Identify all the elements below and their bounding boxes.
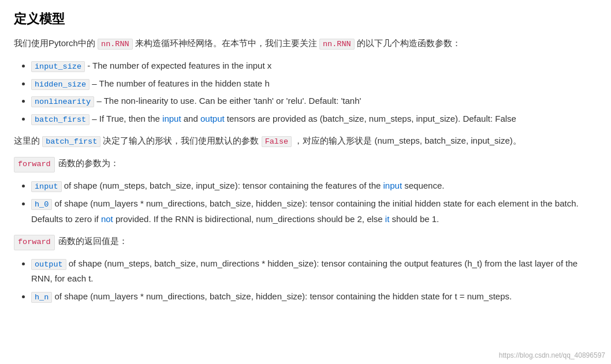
- page-title: 定义模型: [14, 10, 597, 28]
- param-text-input_size: - The number of expected features in the…: [87, 61, 271, 70]
- intro-text-before1: 我们使用Pytorch中的: [14, 38, 98, 48]
- param-code-nonlinearity: nonlinearity: [31, 96, 94, 107]
- forward-return-list: output of shape (num_steps, batch_size, …: [31, 256, 597, 305]
- intro-text-middle1: 来构造循环神经网络。在本节中，我们主要关注: [133, 38, 319, 48]
- batch-first-code2: False: [262, 136, 292, 147]
- freturn-text-output: of shape (num_steps, batch_size, num_dir…: [31, 258, 578, 284]
- intro-paragraph: 我们使用Pytorch中的 nn.RNN 来构造循环神经网络。在本节中，我们主要…: [14, 36, 597, 51]
- forward-return-code: forward: [14, 235, 55, 250]
- list-item: nonlinearity – The non-linearity to use.…: [31, 93, 597, 109]
- param-text-hidden_size: – The number of features in the hidden s…: [92, 78, 269, 88]
- fparam-text-h0: of shape (num_layers * num_directions, b…: [31, 198, 579, 224]
- list-item: h_n of shape (num_layers * num_direction…: [31, 289, 597, 305]
- forward-return-text: 函数的返回值是：: [56, 236, 128, 246]
- list-item: input of shape (num_steps, batch_size, i…: [31, 178, 597, 194]
- fparam-text-input: of shape (num_steps, batch_size, input_s…: [64, 181, 445, 190]
- batch-first-note: 这里的 batch_first 决定了输入的形状，我们使用默认的参数 False…: [14, 133, 597, 149]
- param-text-batch_first: – If True, then the input and output ten…: [92, 114, 516, 123]
- param-code-hidden_size: hidden_size: [31, 79, 90, 90]
- params-list: input_size - The number of expected feat…: [31, 58, 597, 127]
- param-code-batch_first: batch_first: [31, 114, 90, 125]
- param-text-nonlinearity: – The non-linearity to use. Can be eithe…: [96, 96, 361, 106]
- batch-first-before: 这里的: [14, 136, 42, 145]
- intro-code2: nn.RNN: [319, 39, 355, 50]
- fparam-code-input: input: [31, 181, 62, 192]
- list-item: hidden_size – The number of features in …: [31, 76, 597, 92]
- list-item: input_size - The number of expected feat…: [31, 58, 597, 74]
- forward-params-text: 函数的参数为：: [56, 158, 119, 168]
- list-item: output of shape (num_steps, batch_size, …: [31, 256, 597, 287]
- freturn-text-hn: of shape (num_layers * num_directions, b…: [54, 291, 512, 301]
- forward-params-list: input of shape (num_steps, batch_size, i…: [31, 178, 597, 227]
- forward-params-header: forward 函数的参数为：: [14, 156, 597, 172]
- list-item: batch_first – If True, then the input an…: [31, 111, 597, 127]
- freturn-code-hn: h_n: [31, 292, 52, 303]
- intro-code1: nn.RNN: [98, 39, 133, 50]
- batch-first-middle: 决定了输入的形状，我们使用默认的参数: [100, 136, 261, 145]
- forward-params-code: forward: [14, 157, 55, 172]
- forward-return-header: forward 函数的返回值是：: [14, 234, 597, 250]
- fparam-code-h0: h_0: [31, 199, 52, 210]
- batch-first-code1: batch_first: [42, 136, 100, 147]
- list-item: h_0 of shape (num_layers * num_direction…: [31, 196, 597, 227]
- intro-text-after1: 的以下几个构造函数参数：: [355, 38, 461, 48]
- freturn-code-output: output: [31, 259, 66, 270]
- batch-first-after: ，对应的输入形状是 (num_steps, batch_size, input_…: [292, 136, 521, 145]
- param-code-input_size: input_size: [31, 61, 85, 72]
